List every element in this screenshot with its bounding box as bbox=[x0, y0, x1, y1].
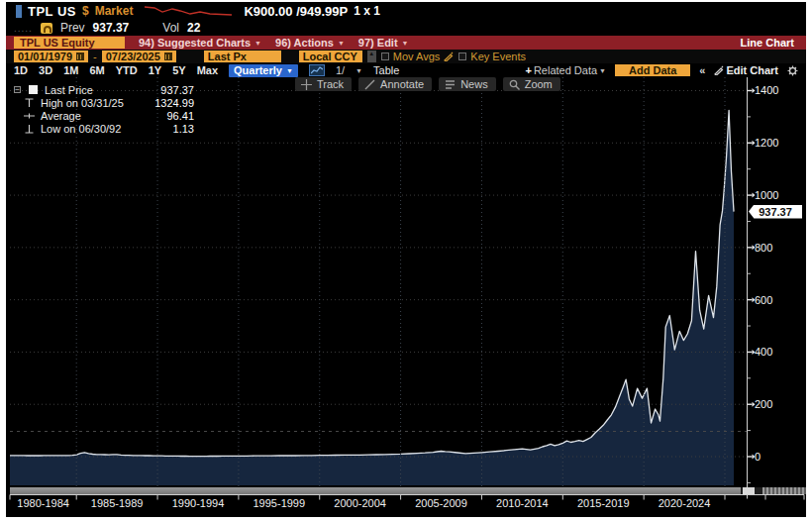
period-1y[interactable]: 1Y bbox=[149, 64, 161, 76]
currency-select[interactable]: Local CCY bbox=[299, 51, 362, 62]
mov-avgs-checkbox[interactable] bbox=[381, 52, 389, 60]
x-axis-band-label: 1985-1989 bbox=[79, 497, 154, 509]
terminal-window: TPL US $ Market K900.00 /949.99P 1 x 1 .… bbox=[6, 2, 806, 517]
table-button[interactable]: Table bbox=[373, 64, 399, 76]
period-1m[interactable]: 1M bbox=[63, 64, 78, 76]
chart-scrollbar-handle[interactable] bbox=[10, 487, 741, 494]
date-to-input[interactable]: 07/23/2025 bbox=[102, 51, 176, 62]
price-chart-canvas[interactable] bbox=[6, 77, 806, 517]
key-events-label: Key Events bbox=[470, 51, 526, 62]
edit-chart-button[interactable]: Edit Chart bbox=[714, 64, 778, 76]
price-area-fill bbox=[6, 110, 734, 485]
frequency-dropdown[interactable]: Quarterly ▼ bbox=[229, 64, 298, 77]
x-axis-band-label: 2005-2009 bbox=[404, 497, 479, 509]
legend-collapse-icon[interactable]: − bbox=[14, 86, 21, 93]
menu-actions-label: 96) Actions bbox=[275, 37, 334, 49]
chart-scrollbar-cap[interactable] bbox=[743, 487, 755, 494]
chevron-down-icon: ▼ bbox=[599, 67, 606, 74]
legend-low-value: 1.13 bbox=[173, 123, 194, 135]
x-axis-band-label: 1995-1999 bbox=[242, 497, 317, 509]
key-events-checkbox[interactable] bbox=[458, 52, 466, 60]
average-dash-icon bbox=[23, 112, 36, 120]
date-to-value: 07/23/2025 bbox=[106, 51, 160, 62]
mov-avgs-toggle[interactable]: Mov Avgs bbox=[381, 51, 455, 62]
last-price-swatch bbox=[27, 85, 40, 94]
period-ytd[interactable]: YTD bbox=[116, 64, 138, 76]
volume-label: Vol bbox=[162, 21, 179, 35]
calendar-icon[interactable] bbox=[76, 52, 84, 60]
legend-row-average[interactable]: Average 96.41 bbox=[14, 109, 194, 122]
legend-average-label: Average bbox=[41, 110, 81, 122]
news-label: News bbox=[460, 78, 488, 90]
security-field[interactable]: TPL US Equity bbox=[14, 37, 125, 49]
market-label: Market bbox=[95, 4, 134, 18]
legend-row-high[interactable]: High on 03/31/25 1324.99 bbox=[14, 96, 194, 109]
plus-icon: + bbox=[525, 64, 531, 76]
chevron-down-icon: ▼ bbox=[254, 40, 261, 47]
chevron-down-icon: ▼ bbox=[402, 40, 409, 47]
y-axis-tick-label: 1400 bbox=[755, 84, 798, 96]
chart-scrollbar-right-control[interactable] bbox=[762, 487, 806, 494]
intraday-sparkline bbox=[143, 5, 234, 17]
menu-edit[interactable]: 97) Edit ▼ bbox=[358, 37, 409, 49]
price-chart-area[interactable]: Track Annotate News Zoom bbox=[6, 77, 806, 517]
chart-legend: − Last Price 937.37 High on 03/31/25 132… bbox=[14, 83, 194, 135]
period-1d[interactable]: 1D bbox=[14, 64, 28, 76]
mov-avgs-label: Mov Avgs bbox=[393, 51, 441, 62]
chevron-down-icon: ▼ bbox=[338, 40, 345, 47]
price-field-select[interactable]: Last Px bbox=[204, 51, 281, 62]
bid-ask-quote: K900.00 /949.99P bbox=[244, 4, 348, 19]
news-button[interactable]: News bbox=[439, 77, 496, 91]
annotate-button[interactable]: Annotate bbox=[358, 77, 432, 91]
key-events-toggle[interactable]: Key Events bbox=[458, 51, 526, 62]
legend-last-price-value: 937.37 bbox=[160, 84, 194, 96]
alert-icon[interactable] bbox=[41, 23, 52, 34]
collapse-panel-button[interactable]: « bbox=[699, 64, 705, 76]
date-from-input[interactable]: 01/01/1979 bbox=[14, 51, 88, 62]
chart-type-button[interactable] bbox=[309, 64, 325, 76]
price-field-value: Last Px bbox=[208, 51, 247, 62]
track-button[interactable]: Track bbox=[295, 77, 352, 91]
legend-high-value: 1324.99 bbox=[154, 97, 194, 109]
currency-spinner[interactable]: ▲ bbox=[367, 51, 376, 62]
date-range-dash: - bbox=[93, 51, 97, 62]
period-3d[interactable]: 3D bbox=[39, 64, 52, 76]
volume-value: 22 bbox=[187, 21, 200, 35]
related-data-button[interactable]: + Related Data ▼ bbox=[525, 64, 606, 76]
news-lines-icon bbox=[445, 79, 456, 90]
add-data-button[interactable]: Add Data bbox=[615, 64, 690, 76]
x-axis-band-label: 2010-2014 bbox=[484, 497, 559, 509]
chart-overlay-buttons: Track Annotate News Zoom bbox=[295, 77, 560, 91]
zoom-button[interactable]: Zoom bbox=[503, 77, 560, 91]
track-label: Track bbox=[317, 78, 344, 90]
period-max[interactable]: Max bbox=[197, 64, 218, 76]
chart-scrollbar-track[interactable] bbox=[10, 487, 804, 494]
x-axis-band-label: 2015-2019 bbox=[565, 497, 641, 509]
menu-actions[interactable]: 96) Actions ▼ bbox=[275, 37, 345, 49]
period-6m[interactable]: 6M bbox=[89, 64, 104, 76]
pencil-icon bbox=[364, 79, 375, 90]
legend-row-low[interactable]: Low on 06/30/92 1.13 bbox=[14, 122, 194, 135]
leader-dots: ..... bbox=[14, 23, 33, 34]
last-price-axis-tag: 937.37 bbox=[749, 205, 802, 219]
gear-icon[interactable] bbox=[787, 65, 798, 76]
quote-row-1: TPL US $ Market K900.00 /949.99P 1 x 1 bbox=[6, 2, 806, 20]
menu-edit-label: 97) Edit bbox=[358, 37, 398, 49]
legend-last-price-label: Last Price bbox=[45, 84, 93, 96]
x-axis-band-label: 1990-1994 bbox=[160, 497, 236, 509]
security-count-button[interactable]: 1/ bbox=[336, 64, 345, 76]
magnifier-icon bbox=[509, 79, 520, 90]
legend-row-last-price[interactable]: − Last Price 937.37 bbox=[14, 83, 194, 96]
calendar-icon[interactable] bbox=[164, 52, 172, 60]
chart-settings-toolbar: 01/01/1979 - 07/23/2025 Last Px Local CC… bbox=[6, 50, 806, 63]
legend-high-label: High on 03/31/25 bbox=[41, 97, 124, 109]
lot-size: 1 x 1 bbox=[354, 4, 380, 18]
ticker-color-chip bbox=[16, 5, 22, 18]
menu-suggested-charts[interactable]: 94) Suggested Charts ▼ bbox=[139, 37, 261, 49]
more-options-caret[interactable]: ▼ bbox=[355, 67, 362, 74]
pencil-icon[interactable] bbox=[444, 52, 454, 61]
chevron-down-icon: ▼ bbox=[286, 64, 293, 77]
prev-label: Prev bbox=[60, 21, 85, 35]
y-axis-tick-label: 0 bbox=[755, 451, 798, 463]
period-5y[interactable]: 5Y bbox=[172, 64, 185, 76]
